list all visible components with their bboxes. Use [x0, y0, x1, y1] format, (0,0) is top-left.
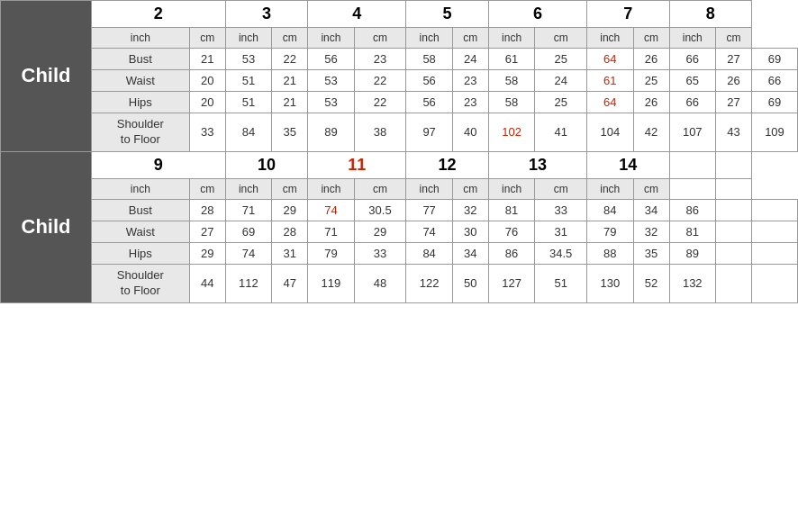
unit-cm-5: cm [535, 28, 587, 49]
child-label-2: Child [1, 151, 92, 302]
size-14: 14 [587, 151, 669, 178]
size-11: 11 [308, 151, 406, 178]
row-waist-2: Waist [92, 221, 190, 242]
empty-1 [669, 151, 715, 178]
unit-cm-4: cm [452, 28, 488, 49]
row-hips-2: Hips [92, 242, 190, 264]
child-label-1: Child [1, 1, 92, 152]
unit-inch-3: inch [308, 28, 354, 49]
unit-inch-6: inch [587, 28, 633, 49]
unit-cm-7: cm [716, 28, 752, 49]
empty-2 [716, 151, 752, 178]
size-3: 3 [225, 1, 307, 28]
size-10: 10 [225, 151, 307, 178]
size-9: 9 [92, 151, 226, 178]
unit-inch-4: inch [406, 28, 452, 49]
unit-cm-s2-6: cm [633, 178, 669, 199]
size-8: 8 [669, 1, 751, 28]
unit-cm-1: cm [189, 28, 225, 49]
unit-cm-s2-3: cm [354, 178, 406, 199]
unit-inch-s2-1: inch [92, 178, 190, 199]
unit-inch-s2-2: inch [225, 178, 271, 199]
unit-inch-5: inch [488, 28, 534, 49]
empty-3 [669, 178, 715, 199]
unit-cm-2: cm [272, 28, 308, 49]
row-waist-1: Waist [92, 70, 190, 92]
unit-inch-7: inch [669, 28, 715, 49]
unit-cm-s2-4: cm [452, 178, 488, 199]
row-hips-1: Hips [92, 92, 190, 113]
unit-inch-s2-4: inch [406, 178, 452, 199]
size-6: 6 [488, 1, 586, 28]
size-12: 12 [406, 151, 488, 178]
unit-inch-2: inch [225, 28, 271, 49]
unit-cm-s2-5: cm [535, 178, 587, 199]
size-5: 5 [406, 1, 488, 28]
unit-cm-3: cm [354, 28, 406, 49]
unit-inch-1: inch [92, 28, 190, 49]
size-2: 2 [92, 1, 226, 28]
unit-inch-s2-5: inch [488, 178, 534, 199]
unit-inch-s2-3: inch [308, 178, 354, 199]
unit-inch-s2-6: inch [587, 178, 633, 199]
size-7: 7 [587, 1, 669, 28]
empty-4 [716, 178, 752, 199]
size-13: 13 [488, 151, 586, 178]
row-shoulder-floor-1: Shoulderto Floor [92, 113, 190, 152]
size-4: 4 [308, 1, 406, 28]
unit-cm-s2-1: cm [189, 178, 225, 199]
size-chart-table: Child 2 3 4 5 6 7 8 inch cm inch cm inch… [0, 0, 798, 303]
row-bust-1: Bust [92, 49, 190, 70]
unit-cm-6: cm [633, 28, 669, 49]
row-shoulder-floor-2: Shoulderto Floor [92, 264, 190, 302]
row-bust-2: Bust [92, 199, 190, 221]
unit-cm-s2-2: cm [272, 178, 308, 199]
